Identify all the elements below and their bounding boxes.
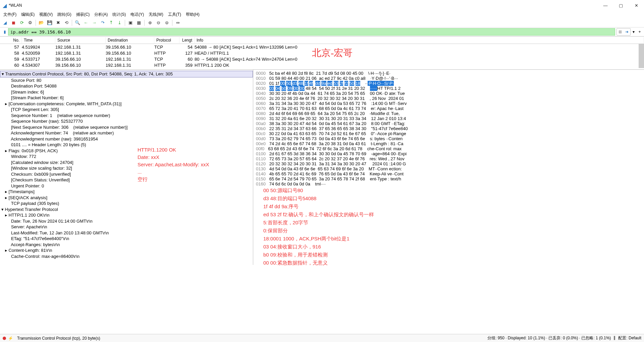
menu-item-6[interactable]: 统计(S) [110, 11, 128, 18]
detail-line[interactable]: ▾ Transmission Control Protocol, Src Por… [0, 71, 253, 77]
packet-bytes-pane[interactable]: 0000 5c ba ef 48 80 2d f8 8c 21 7d d9 5d… [253, 70, 644, 265]
detail-line[interactable]: [Window size scaling factor: 32] [0, 165, 253, 171]
col-time[interactable]: Time [22, 37, 55, 43]
hex-row[interactable]: 00f0 63 68 65 2d 43 6f 6e 74 72 6f 6c 3a… [256, 146, 641, 151]
detail-line[interactable]: Window: 772 [0, 154, 253, 160]
open-icon[interactable]: 📂 [38, 19, 45, 26]
detail-line[interactable]: TCP payload (305 bytes) [0, 201, 253, 207]
hex-row[interactable]: 0150 65 6e 74 2d 54 79 70 65 3a 20 74 65… [256, 176, 641, 181]
hex-row[interactable]: 0000 5c ba ef 48 80 2d f8 8c 21 7d d9 5d… [256, 71, 641, 76]
detail-line[interactable]: ▸ HTTP/1.1 200 OK\r\n [0, 212, 253, 218]
detail-line[interactable]: [Stream index: 6] [0, 89, 253, 95]
hex-row[interactable]: 0070 65 72 3a 20 41 70 61 63 68 65 0d 0a… [256, 106, 641, 111]
stop-capture-icon[interactable]: ◼ [10, 19, 17, 26]
detail-line[interactable]: Destination Port: 54088 [0, 83, 253, 89]
col-src[interactable]: Source [55, 37, 106, 43]
hex-row[interactable]: 0090 31 32 20 4a 61 6e 20 32 30 31 30 20… [256, 116, 641, 121]
filter-clear-icon[interactable]: ⊠ [617, 29, 623, 35]
detail-line[interactable]: Acknowledgment Number: 74 (relative ack … [0, 130, 253, 136]
hex-row[interactable]: 00e0 74 2d 4c 65 6e 67 74 68 3a 20 38 31… [256, 141, 641, 146]
menu-item-1[interactable]: 编辑(E) [19, 11, 37, 18]
colorize-icon[interactable]: ▦ [135, 19, 143, 26]
detail-line[interactable]: Acknowledgment number (raw): 3981651954 [0, 136, 253, 142]
zoom-out-icon[interactable]: ⊖ [155, 19, 162, 26]
col-proto[interactable]: Protocol [154, 37, 179, 43]
menu-item-4[interactable]: 捕获(C) [74, 11, 92, 18]
hex-row[interactable]: 0160 74 6d 6c 0d 0a 0d 0a tml···· [256, 181, 641, 186]
capture-icon[interactable]: ⚡ [8, 336, 13, 341]
packet-details-pane[interactable]: ▾ Transmission Control Protocol, Src Por… [0, 70, 253, 265]
hex-row[interactable]: 0010 01 59 80 44 40 00 21 06 ac ed 27 9c… [256, 76, 641, 81]
detail-line[interactable]: Server: Apache\r\n [0, 224, 253, 230]
close-file-icon[interactable]: ✖ [54, 19, 62, 26]
hex-row[interactable]: 0040 30 30 20 4f 4b 0d 0a 44 61 74 65 3a… [256, 91, 641, 96]
status-profile[interactable]: 配置: Default [618, 335, 641, 341]
hex-row[interactable]: 0060 3a 31 34 3a 30 30 20 47 4d 54 0d 0a… [256, 101, 641, 106]
menu-item-8[interactable]: 无线(W) [147, 11, 165, 18]
detail-line[interactable]: [Stream Packet Number: 6] [0, 95, 253, 101]
detail-line[interactable]: Cache-Control: max-age=86400\r\n [0, 253, 253, 260]
hex-row[interactable]: 0030 03 04 b0 09 00 00 48 54 54 50 2f 31… [256, 86, 641, 91]
col-len[interactable]: Lengt [179, 37, 195, 43]
hex-row[interactable]: 0110 72 65 73 3a 20 57 65 64 2c 20 32 37… [256, 156, 641, 161]
display-filter-input[interactable]: ip.addr == 39.156.66.10 [8, 28, 615, 36]
detail-line[interactable]: ▸ [SEQ/ACK analysis] [0, 195, 253, 201]
hex-row[interactable]: 0050 2c 20 32 36 20 4e 6f 76 20 32 30 32… [256, 96, 641, 101]
packet-row[interactable]: 604.53430739.156.66.10192.168.1.31HTTP35… [0, 62, 644, 68]
packet-row[interactable]: 574.519924192.168.1.3139.156.66.10TCP545… [0, 44, 644, 50]
back-icon[interactable]: ← [82, 19, 90, 26]
col-dst[interactable]: Destination [106, 37, 154, 43]
hex-row[interactable]: 0020 01 1f 00 50 d3 48 1f 4f dd 9a ed 53… [256, 81, 641, 86]
detail-line[interactable]: ETag: "51-47cf7e6ee8400"\r\n [0, 236, 253, 242]
menu-item-5[interactable]: 分析(A) [92, 11, 110, 18]
hex-row[interactable]: 0120 20 32 30 32 34 20 30 31 3a 31 34 3a… [256, 161, 641, 166]
menu-item-10[interactable]: 帮助(H) [184, 11, 202, 18]
detail-line[interactable]: 0101 .... = Header Length: 20 bytes (5) [0, 142, 253, 148]
detail-line[interactable]: Last-Modified: Tue, 12 Jan 2010 13:48:00… [0, 230, 253, 236]
hex-row[interactable]: 0140 4b 65 65 70 2d 41 6c 69 76 65 0d 0a… [256, 171, 641, 176]
hex-row[interactable]: 00c0 30 22 0d 0a 41 63 63 65 70 74 2d 52… [256, 131, 641, 136]
detail-line[interactable]: [Checksum Status: Unverified] [0, 177, 253, 183]
hex-row[interactable]: 0080 2d 4d 6f 64 69 66 69 65 64 3a 20 54… [256, 111, 641, 116]
col-info[interactable]: Info [195, 37, 644, 43]
restart-capture-icon[interactable]: ⟳ [18, 19, 25, 26]
detail-line[interactable]: ▸ Flags: 0x018 (PSH, ACK) [0, 148, 253, 154]
detail-line[interactable]: ▸ [Conversation completeness: Complete, … [0, 101, 253, 107]
forward-icon[interactable]: → [91, 19, 98, 26]
detail-line[interactable]: Sequence Number (raw): 525327770 [0, 118, 253, 124]
detail-line[interactable]: Urgent Pointer: 0 [0, 183, 253, 189]
detail-line[interactable]: Date: Tue, 26 Nov 2024 01:14:00 GMT\r\n [0, 218, 253, 224]
menu-item-0[interactable]: 文件(F) [1, 11, 18, 18]
goto-first-icon[interactable]: ⤒ [107, 19, 115, 26]
packet-row[interactable]: 594.53371739.156.66.10192.168.1.31TCP608… [0, 56, 644, 62]
bookmark-icon[interactable]: ▮ [1, 28, 8, 35]
scrollbar-thumb[interactable] [639, 44, 644, 68]
autoscroll-icon[interactable]: ▣ [127, 19, 134, 26]
minimize-button[interactable]: — [598, 0, 613, 11]
save-icon[interactable]: 💾 [46, 19, 53, 26]
hex-row[interactable]: 0100 2d 61 67 65 3d 38 36 34 30 30 0d 0a… [256, 151, 641, 156]
menu-item-9[interactable]: 工具(T) [166, 11, 183, 18]
col-no[interactable]: No. [0, 37, 22, 43]
filter-dropdown-icon[interactable]: ▾ [631, 30, 637, 34]
hex-row[interactable]: 0130 4d 54 0d 0a 43 6f 6e 6e 65 63 74 69… [256, 166, 641, 171]
detail-line[interactable]: Source Port: 80 [0, 77, 253, 83]
start-capture-icon[interactable]: ◢ [1, 19, 9, 26]
packet-row[interactable]: 584.520059192.168.1.3139.156.66.10HTTP12… [0, 50, 644, 56]
detail-line[interactable]: ▸ Content-Length: 81\r\n [0, 247, 253, 253]
goto-last-icon[interactable]: ⤓ [116, 19, 123, 26]
find-icon[interactable]: 🔍 [74, 19, 81, 26]
filter-add-icon[interactable]: + [637, 30, 643, 34]
detail-line[interactable]: Accept-Ranges: bytes\r\n [0, 242, 253, 248]
zoom-reset-icon[interactable]: ⊜ [163, 19, 170, 26]
menu-item-2[interactable]: 视图(V) [37, 11, 55, 18]
hex-row[interactable]: 00b0 22 35 31 2d 34 37 63 66 37 65 36 65… [256, 126, 641, 131]
menu-item-7[interactable]: 电话(Y) [128, 11, 146, 18]
jump-icon[interactable]: ↷ [99, 19, 106, 26]
menu-item-3[interactable]: 跳转(G) [55, 11, 73, 18]
detail-line[interactable]: ▾ Hypertext Transfer Protocol [0, 207, 253, 213]
close-button[interactable]: ✕ [629, 0, 644, 11]
hex-row[interactable]: 00a0 38 3a 30 30 20 47 4d 54 0d 0a 45 54… [256, 121, 641, 126]
detail-line[interactable]: Checksum: 0xb009 [unverified] [0, 171, 253, 177]
options-icon[interactable]: ⚙ [26, 19, 34, 26]
